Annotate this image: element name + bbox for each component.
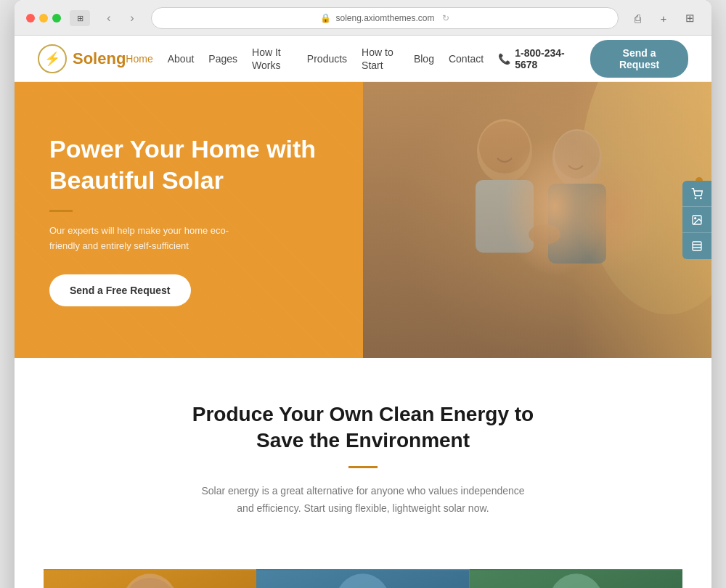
nav-pages[interactable]: Pages [208, 53, 237, 65]
nav-phone: 📞 1-800-234-5678 [498, 47, 579, 70]
svg-point-9 [529, 224, 560, 245]
new-tab-button[interactable]: + [653, 8, 674, 28]
svg-rect-5 [476, 180, 534, 253]
logo-text: Soleng [73, 49, 126, 68]
back-button[interactable]: ‹ [99, 8, 119, 28]
reload-icon[interactable]: ↻ [442, 13, 449, 23]
svg-rect-15 [693, 242, 701, 250]
phone-icon: 📞 [498, 53, 510, 65]
svg-point-12 [701, 197, 701, 198]
card-1 [44, 569, 256, 588]
section-title: Produce Your Own Clean Energy to Save th… [182, 401, 544, 454]
hero-right [363, 82, 711, 358]
svg-point-11 [695, 197, 696, 198]
share-button[interactable]: ⎙ [627, 8, 648, 28]
card-2 [256, 569, 469, 588]
maximize-dot[interactable] [52, 14, 61, 23]
logo[interactable]: ⚡ Soleng [38, 44, 126, 73]
grid-button[interactable]: ⊞ [680, 8, 700, 28]
address-bar[interactable]: 🔒 soleng.axiomthemes.com ↻ [151, 7, 619, 29]
nav-home[interactable]: Home [126, 53, 152, 65]
minimize-dot[interactable] [39, 14, 48, 23]
card-row [15, 569, 711, 588]
sidebar-toggle[interactable]: ⊞ [70, 10, 90, 26]
nav-how-it-works[interactable]: How It Works [252, 46, 281, 71]
hero-title: Power Your Home with Beautiful Solar [49, 134, 328, 195]
svg-rect-10 [363, 82, 711, 358]
nav-blog[interactable]: Blog [414, 53, 434, 65]
browser-chrome: ⊞ ‹ › 🔒 soleng.axiomthemes.com ↻ ⎙ + ⊞ [15, 0, 711, 36]
nav-products[interactable]: Products [307, 53, 347, 65]
gallery-icon-btn[interactable] [682, 207, 711, 233]
logo-bolt: ⚡ [44, 51, 60, 67]
url-text: soleng.axiomthemes.com [335, 13, 434, 23]
traffic-lights [26, 14, 61, 23]
section-text: Solar energy is a great alternative for … [196, 483, 530, 518]
lock-icon: 🔒 [320, 13, 331, 23]
logo-icon: ⚡ [38, 44, 67, 73]
svg-rect-8 [548, 184, 606, 264]
forward-button[interactable]: › [122, 8, 142, 28]
svg-point-6 [552, 129, 602, 187]
nav-buttons: ‹ › [99, 8, 142, 28]
svg-point-3 [477, 119, 532, 183]
svg-point-4 [479, 121, 530, 173]
close-dot[interactable] [26, 14, 35, 23]
navbar: ⚡ Soleng Home About Pages How It Works P… [15, 36, 711, 82]
clean-energy-section: Produce Your Own Clean Energy to Save th… [15, 358, 711, 569]
hero-subtitle: Our experts will help make your home eco… [49, 224, 253, 254]
layout-icon-btn[interactable] [682, 233, 711, 259]
hero-image [363, 82, 711, 358]
hero-divider [49, 210, 73, 212]
hero-cta-button[interactable]: Send a Free Request [49, 274, 191, 306]
card-thumb-amber [44, 569, 256, 588]
svg-point-14 [695, 217, 696, 219]
section-divider [348, 466, 378, 468]
svg-point-7 [555, 131, 600, 179]
website: ⚡ Soleng Home About Pages How It Works P… [15, 36, 711, 588]
browser-window: ⊞ ‹ › 🔒 soleng.axiomthemes.com ↻ ⎙ + ⊞ ⚡… [15, 0, 711, 588]
nav-links: Home About Pages How It Works Products H… [126, 46, 484, 72]
nav-contact[interactable]: Contact [449, 53, 484, 65]
card-3 [470, 569, 682, 588]
card-thumb-green [470, 569, 682, 588]
nav-cta-button[interactable]: Send a Request [590, 40, 688, 78]
hero-section: Power Your Home with Beautiful Solar Our… [15, 82, 711, 358]
nav-about[interactable]: About [168, 53, 195, 65]
cart-icon-btn[interactable] [682, 181, 711, 207]
browser-actions: ⎙ + ⊞ [627, 8, 700, 28]
svg-rect-0 [363, 82, 711, 358]
svg-rect-1 [363, 82, 711, 358]
nav-how-to-start[interactable]: How to Start [362, 46, 393, 71]
phone-number: 1-800-234-5678 [515, 47, 579, 70]
card-thumb-blue [256, 569, 469, 588]
window-controls: ⊞ [70, 10, 90, 26]
sidebar-icons [682, 181, 711, 259]
hero-left: Power Your Home with Beautiful Solar Our… [15, 82, 363, 358]
